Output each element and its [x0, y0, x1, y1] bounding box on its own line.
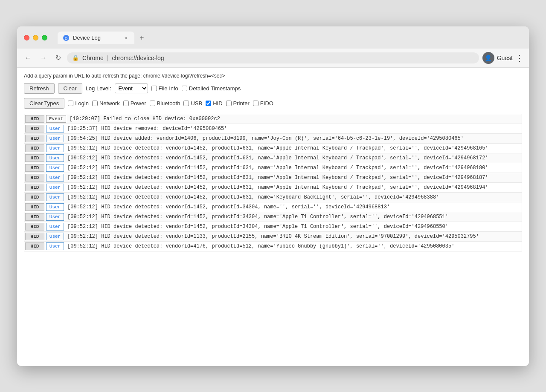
table-row: HIDUser[09:52:12] HID device detected: v… — [24, 222, 522, 232]
controls-row-1: Refresh Clear Log Level: Event Verbose D… — [24, 83, 522, 94]
log-level-badge[interactable]: User — [46, 125, 64, 133]
table-row: HIDUser[09:52:12] HID device detected: v… — [24, 153, 522, 163]
hid-checkbox-label[interactable]: HID — [206, 100, 222, 107]
tab-bar: D Device Log × + — [58, 32, 522, 44]
file-info-checkbox[interactable] — [151, 86, 157, 91]
detailed-timestamps-checkbox[interactable] — [182, 86, 187, 91]
log-type-badge: HID — [25, 144, 44, 152]
log-level-label: Log Level: — [86, 85, 111, 92]
refresh-button[interactable]: Refresh — [24, 83, 55, 94]
bluetooth-label: Bluetooth — [157, 100, 180, 107]
hid-checkbox[interactable] — [206, 101, 211, 106]
file-info-label: File Info — [159, 85, 178, 92]
reload-button[interactable]: ↻ — [53, 52, 64, 63]
log-message: [09:52:12] HID device detected: vendorId… — [65, 153, 522, 163]
log-level-badge[interactable]: Event — [46, 115, 66, 123]
log-level-badge[interactable]: User — [46, 193, 64, 201]
clear-button[interactable]: Clear — [58, 83, 82, 94]
info-bar: Add a query param in URL to auto-refresh… — [24, 73, 522, 79]
usb-label: USB — [191, 100, 202, 107]
log-level-badge[interactable]: User — [46, 184, 64, 191]
bluetooth-checkbox-label[interactable]: Bluetooth — [150, 100, 180, 107]
table-row: HIDUser[09:52:12] HID device detected: v… — [24, 193, 522, 202]
table-row: HIDUser[09:52:12] HID device detected: v… — [24, 163, 522, 173]
log-type-badge: HID — [25, 184, 44, 191]
printer-checkbox-label[interactable]: Printer — [226, 100, 250, 107]
log-level-badge[interactable]: User — [46, 174, 64, 182]
table-row: HIDUser[09:52:12] HID device detected: v… — [24, 242, 522, 251]
browser-window: D Device Log × + ← → ↻ 🔒 Chrome | chrome… — [17, 26, 529, 366]
log-message: [09:52:12] HID device detected: vendorId… — [65, 202, 522, 212]
browser-menu-button[interactable]: ⋮ — [515, 53, 524, 63]
clear-types-button[interactable]: Clear Types — [24, 98, 64, 109]
log-level-badge[interactable]: User — [46, 203, 64, 211]
usb-checkbox-label[interactable]: USB — [183, 100, 202, 107]
power-checkbox-label[interactable]: Power — [123, 100, 146, 107]
log-type-badge: HID — [25, 203, 44, 211]
minimize-button[interactable] — [33, 35, 38, 40]
printer-label: Printer — [233, 100, 250, 107]
new-tab-button[interactable]: + — [136, 32, 148, 44]
tab-device-log[interactable]: D Device Log × — [58, 32, 134, 44]
address-separator: | — [107, 55, 109, 61]
detailed-timestamps-label: Detailed Timestamps — [189, 85, 241, 92]
log-type-badge: HID — [25, 154, 44, 162]
table-row: HIDUser[09:52:12] HID device detected: v… — [24, 212, 522, 222]
log-level-badge[interactable]: User — [46, 223, 64, 231]
log-message: [09:52:12] HID device detected: vendorId… — [65, 183, 522, 192]
table-row: HIDUser[09:52:12] HID device detected: v… — [24, 232, 522, 242]
usb-checkbox[interactable] — [183, 101, 189, 106]
tab-favicon-icon: D — [63, 35, 70, 41]
table-row: HIDUser[09:52:12] HID device detected: v… — [24, 202, 522, 212]
title-bar: D Device Log × + — [17, 26, 529, 49]
hid-label: HID — [213, 100, 222, 107]
log-level-badge[interactable]: User — [46, 213, 64, 221]
address-bar[interactable]: 🔒 Chrome | chrome://device-log — [67, 52, 479, 63]
maximize-button[interactable] — [42, 35, 47, 40]
log-level-select[interactable]: Event Verbose Debug Info Warning Error — [115, 84, 148, 93]
security-icon: 🔒 — [72, 55, 79, 61]
log-type-badge: HID — [25, 223, 44, 231]
log-level-badge[interactable]: User — [46, 242, 64, 250]
log-type-badge: HID — [25, 233, 44, 240]
network-label: Network — [99, 100, 120, 107]
address-prefix: Chrome — [82, 55, 104, 61]
log-level-badge[interactable]: User — [46, 154, 64, 162]
login-checkbox-label[interactable]: Login — [68, 100, 89, 107]
bluetooth-checkbox[interactable] — [150, 101, 155, 106]
forward-button[interactable]: → — [38, 52, 49, 63]
log-message: [09:52:12] HID device detected: vendorId… — [65, 222, 522, 231]
log-level-badge[interactable]: User — [46, 135, 64, 142]
log-message: [09:54:25] HID device added: vendorId=14… — [65, 134, 522, 143]
log-level-badge[interactable]: User — [46, 144, 64, 152]
login-checkbox[interactable] — [68, 101, 73, 106]
fido-checkbox-label[interactable]: FIDO — [253, 100, 273, 107]
close-button[interactable] — [24, 35, 29, 40]
log-level-badge[interactable]: User — [46, 164, 64, 172]
power-checkbox[interactable] — [123, 101, 129, 106]
log-type-badge: HID — [25, 115, 44, 123]
log-message: [09:52:12] HID device detected: vendorId… — [65, 193, 522, 202]
log-message: [09:52:12] HID device detected: vendorId… — [65, 212, 522, 222]
log-type-badge: HID — [25, 174, 44, 182]
log-container: HIDEvent[10:29:07] Failed to close HID d… — [24, 114, 522, 251]
tab-close-button[interactable]: × — [122, 35, 129, 41]
detailed-timestamps-checkbox-label[interactable]: Detailed Timestamps — [182, 85, 241, 92]
table-row: HIDUser[09:52:12] HID device detected: v… — [24, 173, 522, 183]
table-row: HIDUser[09:52:12] HID device detected: v… — [24, 144, 522, 153]
network-checkbox[interactable] — [92, 101, 98, 106]
log-message: [10:25:37] HID device removed: deviceId=… — [65, 124, 522, 133]
fido-checkbox[interactable] — [253, 101, 258, 106]
nav-bar: ← → ↻ 🔒 Chrome | chrome://device-log 👤 G… — [17, 49, 529, 68]
svg-text:D: D — [65, 36, 68, 40]
log-message: [09:52:12] HID device detected: vendorId… — [65, 242, 522, 251]
user-avatar[interactable]: 👤 — [482, 52, 494, 64]
log-level-badge[interactable]: User — [46, 233, 64, 240]
printer-checkbox[interactable] — [226, 101, 232, 106]
network-checkbox-label[interactable]: Network — [92, 100, 120, 107]
page-content: Add a query param in URL to auto-refresh… — [17, 68, 529, 366]
back-button[interactable]: ← — [22, 52, 34, 63]
tab-title: Device Log — [73, 35, 101, 41]
login-label: Login — [75, 100, 89, 107]
file-info-checkbox-label[interactable]: File Info — [151, 85, 178, 92]
